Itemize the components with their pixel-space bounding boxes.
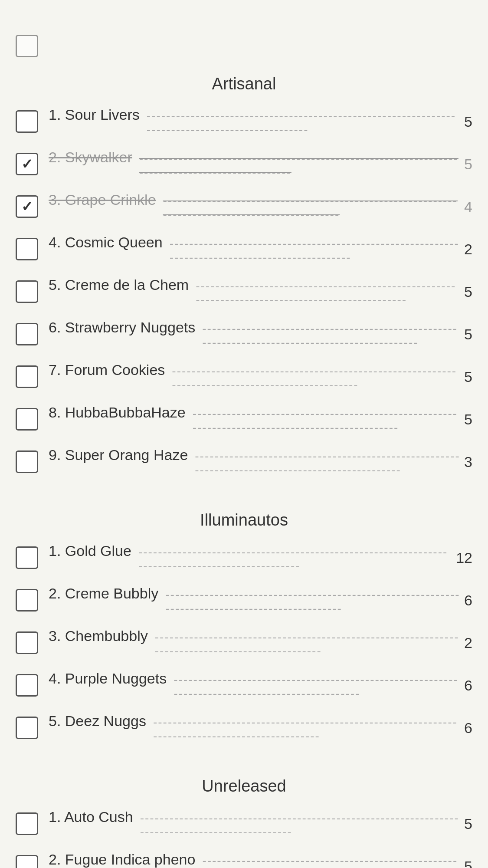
item-count-artisanal-3: 4 (464, 198, 472, 215)
item-count-unreleased-2: 5 (464, 858, 472, 868)
list-item[interactable]: 4. Cosmic Queen-------------------------… (16, 228, 472, 270)
checkbox-artisanal-6[interactable] (16, 323, 38, 345)
list-item[interactable]: 2. Skywalker----------------------------… (16, 143, 472, 185)
section-spacer (16, 483, 472, 500)
checkbox-illuminautos-2[interactable] (16, 589, 38, 612)
checkbox-artisanal-4[interactable] (16, 238, 38, 260)
item-count-illuminautos-2: 6 (464, 592, 472, 609)
checkbox-artisanal-7[interactable] (16, 365, 38, 388)
list-item[interactable]: 4. Purple Nuggets-----------------------… (16, 664, 472, 707)
item-label-artisanal-4: 4. Cosmic Queen-------------------------… (49, 234, 464, 264)
list-item[interactable]: 1. Sour Livers--------------------------… (16, 100, 472, 143)
item-label-illuminautos-3: 3. Chembubbly---------------------------… (49, 628, 464, 658)
item-label-artisanal-3: 3. Grape Crinkle------------------------… (49, 191, 464, 222)
item-count-artisanal-6: 5 (464, 326, 472, 343)
header (0, 0, 488, 28)
checkbox-artisanal-2[interactable] (16, 153, 38, 175)
section-title-artisanal: Artisanal (16, 64, 472, 100)
item-label-artisanal-2: 2. Skywalker----------------------------… (49, 149, 464, 179)
header-actions (448, 12, 472, 19)
partial-checkbox[interactable] (16, 35, 38, 57)
item-label-artisanal-6: 6. Strawberry Nuggets-------------------… (49, 319, 464, 349)
item-count-artisanal-2: 5 (464, 156, 472, 173)
item-label-artisanal-5: 5. Creme de la Chem---------------------… (49, 276, 464, 307)
item-label-unreleased-2: 2. Fugue Indica pheno-------------------… (49, 851, 464, 868)
more-options-button[interactable] (465, 12, 472, 19)
list-item[interactable]: 5. Creme de la Chem---------------------… (16, 270, 472, 313)
list-item[interactable]: 8. HubbaBubbaHaze-----------------------… (16, 398, 472, 441)
list-item[interactable]: 3. Grape Crinkle------------------------… (16, 185, 472, 228)
list-item[interactable]: 2. Fugue Indica pheno-------------------… (16, 845, 472, 868)
checkbox-illuminautos-5[interactable] (16, 717, 38, 739)
list-item[interactable]: 7. Forum Cookies------------------------… (16, 355, 472, 398)
item-count-illuminautos-5: 6 (464, 720, 472, 736)
item-label-illuminautos-4: 4. Purple Nuggets-----------------------… (49, 670, 464, 700)
list-item[interactable]: 9. Super Orang Haze---------------------… (16, 441, 472, 483)
item-count-artisanal-1: 5 (464, 113, 472, 130)
item-label-artisanal-1: 1. Sour Livers--------------------------… (49, 106, 464, 137)
list-item[interactable]: 1. Auto Cush----------------------------… (16, 802, 472, 845)
item-count-artisanal-4: 2 (464, 241, 472, 258)
item-count-illuminautos-4: 6 (464, 677, 472, 694)
checkbox-artisanal-8[interactable] (16, 408, 38, 431)
sections-container: Artisanal1. Sour Livers-----------------… (16, 64, 472, 868)
favorite-button[interactable] (448, 12, 455, 19)
list-item[interactable]: 2. Creme Bubbly-------------------------… (16, 579, 472, 621)
item-count-illuminautos-3: 2 (464, 635, 472, 651)
item-count-artisanal-7: 5 (464, 368, 472, 385)
item-count-artisanal-8: 5 (464, 411, 472, 428)
item-count-illuminautos-1: 12 (456, 549, 472, 566)
item-count-artisanal-9: 3 (464, 454, 472, 470)
section-title-unreleased: Unreleased (16, 766, 472, 802)
checkbox-artisanal-5[interactable] (16, 280, 38, 303)
item-label-illuminautos-1: 1. Gold Glue----------------------------… (49, 542, 456, 573)
checkbox-artisanal-3[interactable] (16, 195, 38, 218)
list-item[interactable]: 3. Chembubbly---------------------------… (16, 621, 472, 664)
checkbox-artisanal-9[interactable] (16, 450, 38, 473)
checkbox-unreleased-1[interactable] (16, 812, 38, 835)
item-label-unreleased-1: 1. Auto Cush----------------------------… (49, 809, 464, 839)
checkbox-artisanal-1[interactable] (16, 110, 38, 133)
list-item[interactable]: 5. Deez Nuggs---------------------------… (16, 707, 472, 749)
section-spacer (16, 749, 472, 766)
partial-item (16, 28, 472, 64)
item-label-artisanal-7: 7. Forum Cookies------------------------… (49, 362, 464, 392)
checkbox-illuminautos-4[interactable] (16, 674, 38, 697)
checkbox-illuminautos-1[interactable] (16, 546, 38, 569)
item-count-unreleased-1: 5 (464, 815, 472, 832)
item-label-illuminautos-5: 5. Deez Nuggs---------------------------… (49, 713, 464, 743)
item-count-artisanal-5: 5 (464, 283, 472, 300)
checkbox-illuminautos-3[interactable] (16, 631, 38, 654)
item-label-artisanal-9: 9. Super Orang Haze---------------------… (49, 447, 464, 477)
list-item[interactable]: 1. Gold Glue----------------------------… (16, 536, 472, 579)
list-item[interactable]: 6. Strawberry Nuggets-------------------… (16, 313, 472, 355)
back-button[interactable] (16, 12, 23, 19)
checkbox-unreleased-2[interactable] (16, 855, 38, 868)
item-label-illuminautos-2: 2. Creme Bubbly-------------------------… (49, 585, 464, 615)
item-label-artisanal-8: 8. HubbaBubbaHaze-----------------------… (49, 404, 464, 434)
section-title-illuminautos: Illuminautos (16, 500, 472, 536)
content: Artisanal1. Sour Livers-----------------… (0, 28, 488, 868)
